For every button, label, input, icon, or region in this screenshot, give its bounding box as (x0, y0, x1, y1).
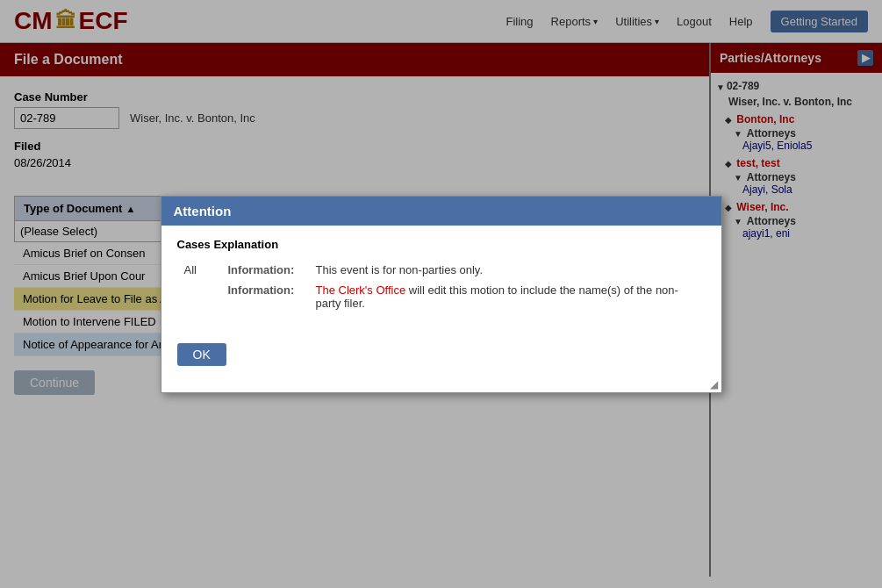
ok-button[interactable]: OK (177, 343, 226, 366)
modal-row-1: All Information: This event is for non-p… (177, 260, 706, 280)
attention-modal: Attention Cases Explanation All Informat… (161, 196, 722, 393)
modal-section-title: Cases Explanation (177, 238, 706, 251)
modal-text-1: This event is for non-parties only. (309, 260, 706, 280)
modal-scope-1: All (177, 260, 221, 280)
clerk-office-text: The Clerk's Office (316, 283, 406, 297)
modal-scope-2 (177, 280, 221, 313)
resize-handle[interactable]: ◢ (161, 378, 721, 392)
modal-body: Cases Explanation All Information: This … (161, 226, 721, 336)
modal-footer: OK (161, 336, 721, 378)
modal-overlay: Attention Cases Explanation All Informat… (0, 0, 882, 588)
modal-info-table: All Information: This event is for non-p… (177, 260, 706, 313)
modal-text-2: The Clerk's Office will edit this motion… (309, 280, 706, 313)
modal-label-2: Information: (221, 280, 309, 313)
modal-row-2: Information: The Clerk's Office will edi… (177, 280, 706, 313)
modal-header: Attention (161, 197, 721, 226)
modal-label-1: Information: (221, 260, 309, 280)
